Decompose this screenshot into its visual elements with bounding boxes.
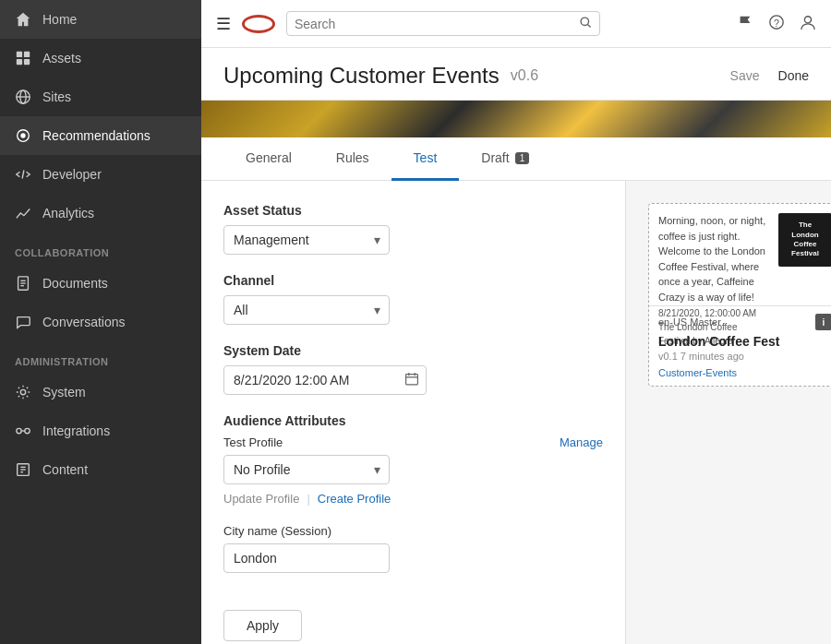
conversations-icon bbox=[15, 314, 31, 330]
page-version: v0.6 bbox=[511, 67, 538, 84]
hamburger-button[interactable]: ☰ bbox=[216, 14, 231, 34]
sidebar-item-label: Recommendations bbox=[42, 128, 151, 143]
topbar: ☰ ? bbox=[201, 0, 831, 48]
search-icon bbox=[579, 16, 592, 31]
user-icon[interactable] bbox=[800, 14, 816, 34]
svg-text:?: ? bbox=[774, 17, 779, 28]
create-profile-link[interactable]: Create Profile bbox=[318, 492, 391, 506]
svg-rect-1 bbox=[24, 52, 30, 57]
home-icon bbox=[15, 11, 31, 28]
asset-status-select[interactable]: Management Published Draft bbox=[223, 225, 390, 255]
card-event-title[interactable]: London Coffee Fest bbox=[658, 334, 831, 349]
topbar-icons: ? bbox=[737, 14, 816, 34]
sidebar-item-integrations[interactable]: Integrations bbox=[0, 411, 201, 450]
page-header: Upcoming Customer Events v0.6 Save Done bbox=[201, 48, 831, 101]
sidebar-item-developer[interactable]: Developer bbox=[0, 155, 201, 194]
audience-attributes-field: Audience Attributes Test Profile Manage … bbox=[223, 413, 603, 506]
audience-label: Audience Attributes bbox=[223, 413, 346, 428]
system-date-input[interactable] bbox=[223, 365, 427, 395]
card-meta: v0.1 7 minutes ago bbox=[658, 351, 831, 362]
info-icon: i bbox=[815, 314, 831, 330]
analytics-icon bbox=[15, 205, 31, 221]
administration-section-label: ADMINISTRATION bbox=[0, 341, 201, 373]
save-button[interactable]: Save bbox=[730, 68, 760, 83]
sidebar-item-sites[interactable]: Sites bbox=[0, 78, 201, 116]
apply-button[interactable]: Apply bbox=[223, 610, 302, 641]
tab-rules[interactable]: Rules bbox=[314, 137, 391, 181]
update-profile-button[interactable]: Update Profile bbox=[223, 492, 299, 506]
svg-line-9 bbox=[22, 171, 24, 179]
banner-image bbox=[201, 101, 831, 137]
content-icon bbox=[15, 461, 31, 478]
audience-header: Audience Attributes bbox=[223, 413, 603, 428]
sidebar: Home Assets Sites Recommendations Develo… bbox=[0, 0, 201, 644]
profile-actions: Update Profile | Create Profile bbox=[223, 492, 603, 506]
profile-select-wrapper: No Profile ▾ bbox=[223, 455, 390, 484]
sidebar-item-label: Analytics bbox=[42, 206, 94, 221]
search-bar[interactable] bbox=[286, 11, 600, 36]
tab-general[interactable]: General bbox=[223, 137, 314, 181]
system-icon bbox=[15, 384, 31, 400]
main-area: ☰ ? Upcoming Customer Events v0.6 Sa bbox=[201, 0, 831, 644]
profile-select[interactable]: No Profile bbox=[223, 455, 390, 484]
assets-icon bbox=[15, 50, 31, 66]
sidebar-item-label: Home bbox=[42, 12, 77, 27]
divider: | bbox=[307, 492, 309, 506]
sidebar-item-content[interactable]: Content bbox=[0, 450, 201, 489]
tab-test[interactable]: Test bbox=[391, 137, 460, 181]
svg-point-22 bbox=[581, 18, 588, 25]
done-button[interactable]: Done bbox=[778, 68, 809, 83]
svg-rect-3 bbox=[24, 59, 30, 65]
asset-status-select-wrapper: Management Published Draft ▾ bbox=[223, 225, 390, 255]
help-icon[interactable]: ? bbox=[768, 14, 785, 34]
tab-draft[interactable]: Draft 1 bbox=[459, 137, 551, 181]
developer-icon bbox=[15, 166, 31, 183]
channel-select-wrapper: All Web Mobile ▾ bbox=[223, 295, 390, 325]
system-date-label: System Date bbox=[223, 343, 603, 358]
sidebar-item-system[interactable]: System bbox=[0, 373, 201, 411]
svg-point-16 bbox=[25, 428, 30, 433]
channel-field: Channel All Web Mobile ▾ bbox=[223, 273, 603, 325]
test-right-panel: Morning, noon, or night, coffee is just … bbox=[626, 181, 831, 644]
sidebar-item-assets[interactable]: Assets bbox=[0, 39, 201, 78]
sidebar-item-label: Conversations bbox=[42, 315, 126, 329]
sidebar-item-label: Integrations bbox=[42, 423, 110, 438]
channel-label: Channel bbox=[223, 273, 603, 288]
sidebar-item-home[interactable]: Home bbox=[0, 0, 201, 39]
sidebar-item-recommendations[interactable]: Recommendations bbox=[0, 116, 201, 155]
system-date-field: System Date bbox=[223, 343, 603, 395]
city-session-field: City name (Session) bbox=[223, 524, 603, 573]
oracle-logo bbox=[242, 11, 275, 37]
svg-point-14 bbox=[20, 389, 25, 394]
sidebar-item-analytics[interactable]: Analytics bbox=[0, 194, 201, 233]
tabs-bar: General Rules Test Draft 1 bbox=[201, 137, 831, 181]
svg-point-26 bbox=[804, 16, 811, 22]
page-title: Upcoming Customer Events bbox=[223, 63, 500, 89]
page-header-actions: Save Done bbox=[730, 68, 809, 83]
svg-point-8 bbox=[20, 133, 25, 137]
collaboration-section-label: COLLABORATION bbox=[0, 233, 201, 264]
city-input[interactable] bbox=[223, 543, 390, 573]
sidebar-item-label: Developer bbox=[42, 167, 102, 182]
channel-select[interactable]: All Web Mobile bbox=[223, 295, 390, 325]
test-left-panel: Asset Status Management Published Draft … bbox=[201, 181, 626, 644]
recommendations-icon bbox=[15, 127, 31, 144]
integrations-icon bbox=[15, 423, 31, 439]
svg-point-15 bbox=[17, 428, 21, 433]
test-profile-row: Test Profile Manage bbox=[223, 435, 603, 449]
asset-status-field: Asset Status Management Published Draft … bbox=[223, 203, 603, 255]
sidebar-item-conversations[interactable]: Conversations bbox=[0, 303, 201, 341]
content-area: Asset Status Management Published Draft … bbox=[201, 181, 831, 644]
sites-icon bbox=[15, 89, 31, 105]
asset-status-label: Asset Status bbox=[223, 203, 603, 218]
sidebar-item-label: Documents bbox=[42, 276, 108, 291]
sidebar-item-documents[interactable]: Documents bbox=[0, 264, 201, 303]
flag-icon[interactable] bbox=[737, 14, 753, 34]
event-card: Morning, noon, or night, coffee is just … bbox=[648, 203, 831, 387]
sidebar-item-label: Sites bbox=[42, 89, 71, 104]
documents-icon bbox=[15, 275, 31, 292]
sidebar-item-label: Assets bbox=[42, 51, 81, 66]
search-input[interactable] bbox=[295, 17, 573, 31]
card-tag[interactable]: Customer-Events bbox=[658, 367, 831, 378]
manage-link[interactable]: Manage bbox=[560, 435, 603, 449]
